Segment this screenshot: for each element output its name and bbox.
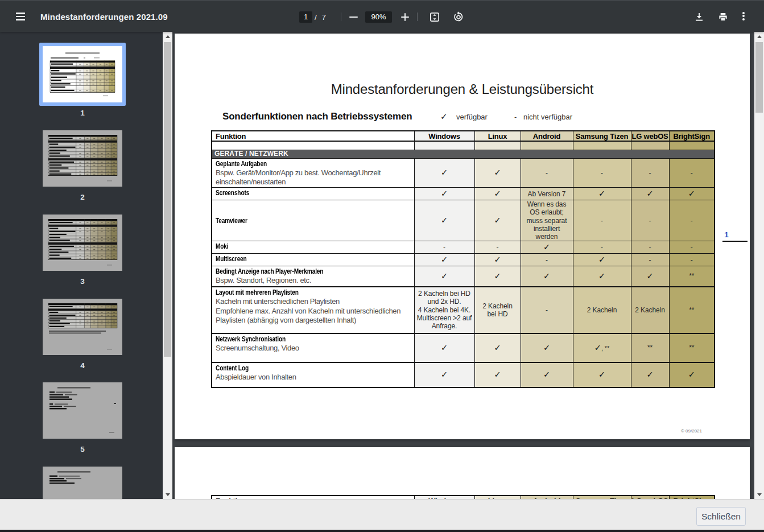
- thumbnail-page-number: 5: [43, 445, 122, 453]
- empty-cell: [669, 141, 715, 150]
- sidebar-scrollbar[interactable]: [163, 32, 172, 499]
- column-header: BrightSign: [669, 131, 715, 141]
- feature-cell: Netzwerk SynchronisationScreenumschaltun…: [212, 333, 414, 362]
- page-copyright: © 09/2021: [681, 428, 702, 434]
- close-button[interactable]: Schließen: [696, 507, 746, 526]
- thumbnail-page-number: 2: [43, 193, 122, 201]
- support-cell: -: [669, 241, 715, 254]
- support-cell: **: [669, 266, 715, 287]
- support-cell: ✓: [631, 266, 669, 287]
- page-subtitle: Sonderfunktionen nach Betriebssystemen: [222, 111, 412, 122]
- document-title: Mindestanforderungen 2021.09: [40, 1, 168, 32]
- support-cell: -: [573, 241, 631, 254]
- page-thumbnail-3[interactable]: [43, 215, 122, 271]
- page-thumbnail-1[interactable]: [43, 46, 122, 102]
- support-cell: -: [521, 254, 573, 266]
- column-header: LG webOS: [631, 131, 669, 141]
- support-cell: ✓: [521, 241, 573, 254]
- support-cell: ✓: [474, 333, 521, 362]
- support-cell: -: [631, 254, 669, 266]
- support-cell: -: [669, 254, 715, 266]
- support-cell: -: [631, 200, 669, 241]
- main-scrollbar-thumb[interactable]: [755, 42, 763, 113]
- empty-cell: [474, 141, 521, 150]
- margin-page-number[interactable]: 1: [721, 230, 732, 239]
- legend-available-symbol: ✓: [440, 112, 448, 122]
- page-thumbnail-2[interactable]: [43, 130, 122, 187]
- empty-cell: [521, 141, 573, 150]
- toolbar: Mindestanforderungen 2021.09 1 / 7 90%: [0, 0, 764, 32]
- toolbar-separator: [341, 13, 341, 21]
- support-cell: -: [631, 158, 669, 188]
- support-cell: Ab Version 7: [521, 188, 573, 200]
- main-scrollbar[interactable]: [754, 32, 764, 499]
- support-cell: ✓: [631, 362, 669, 387]
- column-header: Android: [521, 131, 573, 141]
- rotate-button[interactable]: [453, 11, 464, 23]
- legend-unavailable-symbol: -: [514, 113, 517, 121]
- support-cell: -: [573, 200, 631, 241]
- support-cell: ✓: [414, 254, 474, 266]
- column-header: Linux: [474, 131, 521, 141]
- page-number-input[interactable]: 1: [299, 11, 312, 23]
- support-cell: ✓: [669, 188, 715, 200]
- page-thumbnail-6[interactable]: [43, 467, 122, 499]
- thumbnail-page-number: 3: [43, 277, 122, 286]
- legend-available-label: verfügbar: [456, 113, 488, 121]
- document-viewport: Mindestanforderungen & Leistungsübersich…: [172, 32, 754, 499]
- zoom-in-button[interactable]: [399, 11, 411, 23]
- fit-to-page-button[interactable]: [429, 11, 440, 23]
- support-cell: ✓: [521, 266, 573, 287]
- support-cell: -: [521, 287, 573, 333]
- download-icon[interactable]: [693, 11, 705, 23]
- thumbnail-page-number: 4: [43, 361, 122, 370]
- support-cell: ✓: [414, 188, 474, 200]
- support-cell: ✓: [573, 266, 631, 287]
- feature-table-page2: FunktionWindowsLinuxAndroidSamsung Tizen…: [211, 495, 715, 499]
- menu-icon[interactable]: [16, 13, 26, 20]
- scroll-up-arrow[interactable]: [163, 32, 172, 42]
- feature-cell: Teamviewer: [212, 200, 414, 241]
- page-thumbnail-5[interactable]: [43, 382, 122, 439]
- support-cell: ✓: [474, 362, 521, 387]
- support-cell: -: [573, 158, 631, 188]
- sidebar-scrollbar-thumb[interactable]: [164, 42, 171, 357]
- section-header: GERÄTE / NETZWERK: [212, 150, 715, 158]
- window-bottom-edge: [0, 530, 764, 532]
- pdf-page-1: Mindestanforderungen & Leistungsübersich…: [175, 34, 750, 439]
- support-cell: ✓: [414, 333, 474, 362]
- support-cell: -: [521, 158, 573, 188]
- pdf-viewer-window: Mindestanforderungen 2021.09 1 / 7 90%: [0, 0, 764, 532]
- feature-cell: Multiscreen: [212, 254, 414, 266]
- column-header: Windows: [414, 131, 474, 141]
- support-cell: ✓, **: [573, 333, 631, 362]
- support-cell: 2 Kacheln: [573, 287, 631, 333]
- support-cell: ✓: [474, 266, 521, 287]
- feature-cell: Content LogAbspieldauer von Inhalten: [212, 362, 414, 387]
- scroll-down-arrow[interactable]: [754, 489, 764, 499]
- feature-cell: Geplante AufgabenBspw. Gerät/Monitor/App…: [212, 158, 414, 188]
- support-cell: -: [631, 241, 669, 254]
- scroll-down-arrow[interactable]: [163, 489, 172, 499]
- page-thumbnail-4[interactable]: [43, 299, 122, 355]
- support-cell: -: [414, 241, 474, 254]
- support-cell: ✓: [573, 254, 631, 266]
- scroll-up-arrow[interactable]: [754, 32, 764, 42]
- feature-cell: Moki: [212, 241, 414, 254]
- support-cell: ✓: [521, 333, 573, 362]
- page-count-label: / 7: [315, 11, 326, 23]
- print-icon[interactable]: [717, 11, 729, 23]
- zoom-level-input[interactable]: 90%: [365, 11, 392, 23]
- more-options-icon[interactable]: [741, 11, 746, 22]
- thumbnail-page-number: 1: [43, 109, 122, 117]
- zoom-out-button[interactable]: [347, 11, 360, 23]
- support-cell: ✓: [474, 188, 521, 200]
- feature-cell: Screenshots: [212, 188, 414, 200]
- pdf-page-2: FunktionWindowsLinuxAndroidSamsung Tizen…: [175, 447, 750, 499]
- support-cell: Wenn es das OS erlaubt; muss separat ins…: [521, 200, 573, 241]
- dialog-footer: Schließen: [0, 499, 764, 530]
- feature-cell: Layout mit mehreren PlaylistenKacheln mi…: [212, 287, 414, 333]
- support-cell: 2 Kacheln: [631, 287, 669, 333]
- support-cell: -: [669, 158, 715, 188]
- support-cell: ✓: [573, 362, 631, 387]
